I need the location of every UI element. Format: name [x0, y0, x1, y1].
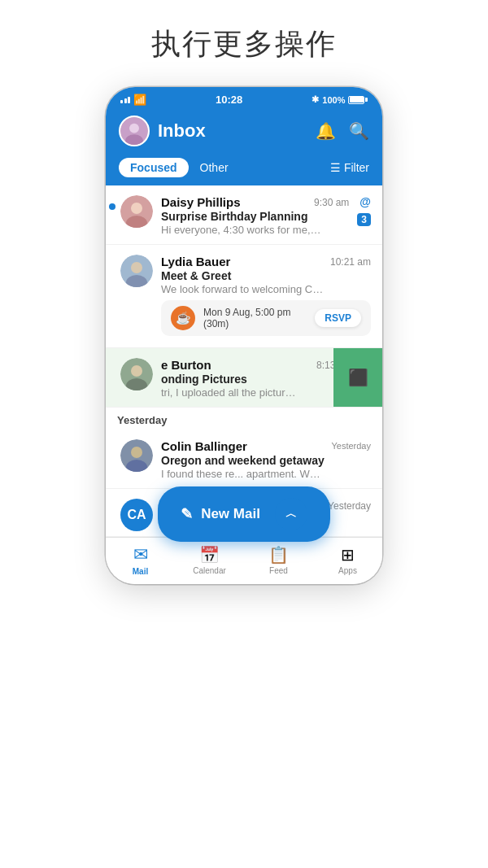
wifi-icon: 📶: [133, 94, 146, 106]
svg-point-13: [131, 447, 142, 458]
mail-item-burton[interactable]: e Burton 8:13 am onding Pictures tri, I …: [106, 348, 382, 408]
tab-group: Focused Other: [119, 158, 237, 177]
mail-preview-burton: tri, I uploaded all the pictures from ek…: [161, 386, 299, 399]
mail-content-lydia: Lydia Bauer 10:21 am Meet & Greet We loo…: [161, 255, 371, 339]
mail-content-colin: Colin Ballinger Yesterday Oregon and wee…: [161, 439, 371, 480]
rsvp-button[interactable]: RSVP: [315, 309, 361, 327]
mail-item-lydia[interactable]: Lydia Bauer 10:21 am Meet & Greet We loo…: [106, 245, 382, 348]
event-card: ☕ Mon 9 Aug, 5:00 pm (30m) RSVP: [161, 300, 371, 336]
mail-item-colin[interactable]: Colin Ballinger Yesterday Oregon and wee…: [106, 430, 382, 489]
apps-tab-icon: ⊞: [341, 545, 355, 565]
mail-preview-lydia: We look forward to welcoming Cecil in...: [161, 283, 324, 295]
filter-bar: Focused Other ☰ Filter: [106, 155, 382, 185]
avatar[interactable]: [119, 116, 150, 146]
signal-icon: [120, 97, 130, 103]
search-icon[interactable]: 🔍: [349, 121, 369, 141]
mail-time-lydia: 10:21 am: [330, 256, 371, 268]
battery-percent: 100%: [322, 95, 345, 105]
header-left: Inbox: [119, 116, 206, 146]
fab-label: New Mail: [201, 506, 260, 522]
mail-content-burton: e Burton 8:13 am onding Pictures tri, I …: [161, 358, 351, 399]
compose-icon: ✎: [181, 505, 193, 523]
mail-content: Daisy Phillips 9:30 am Surprise Birthday…: [161, 195, 349, 236]
tab-calendar[interactable]: 📅 Calendar: [185, 545, 234, 575]
avatar-contoso: CA: [120, 499, 153, 531]
tab-focused[interactable]: Focused: [119, 158, 189, 177]
status-time: 10:28: [216, 94, 242, 106]
apps-tab-label: Apps: [338, 566, 357, 575]
archive-action[interactable]: ⬛: [333, 348, 382, 407]
mail-subject-lydia: Meet & Greet: [161, 269, 371, 282]
mail-sender: Daisy Phillips: [161, 195, 241, 209]
avatar-colin: [120, 439, 153, 472]
filter-icon: ☰: [330, 161, 341, 174]
bell-icon[interactable]: 🔔: [316, 121, 336, 141]
mail-tab-icon: ✉: [133, 544, 148, 565]
app-header: Inbox 🔔 🔍: [106, 109, 382, 155]
mail-item[interactable]: Daisy Phillips 9:30 am Surprise Birthday…: [106, 185, 382, 245]
page-wrapper: 执行更多操作 📶 10:28 ✱ 100%: [0, 0, 488, 868]
mail-subject-burton: onding Pictures: [161, 373, 351, 386]
mail-list: Daisy Phillips 9:30 am Surprise Birthday…: [106, 185, 382, 537]
tab-apps[interactable]: ⊞ Apps: [324, 545, 373, 575]
svg-point-1: [129, 124, 139, 133]
calendar-tab-label: Calendar: [193, 566, 226, 575]
tab-feed[interactable]: 📋 Feed: [255, 545, 303, 575]
status-left: 📶: [120, 94, 146, 106]
feed-tab-label: Feed: [269, 566, 288, 575]
avatar-daisy: [120, 195, 153, 228]
mail-time-contoso: Yesterday: [328, 500, 371, 512]
mail-sender-burton: e Burton: [161, 358, 211, 372]
calendar-tab-icon: 📅: [199, 545, 220, 565]
fab-expand-button[interactable]: ︿: [275, 498, 307, 530]
header-icons: 🔔 🔍: [316, 121, 369, 141]
chevron-up-icon: ︿: [285, 507, 297, 521]
mail-preview: Hi everyone, 4:30 works for me, I'll arr…: [161, 224, 324, 236]
svg-point-7: [131, 262, 142, 273]
svg-point-4: [131, 203, 142, 214]
avatar-lydia: [120, 255, 153, 287]
new-mail-button[interactable]: ✎ New Mail ︿: [158, 486, 330, 542]
svg-point-10: [131, 365, 142, 377]
mail-sender-lydia: Lydia Bauer: [161, 255, 230, 268]
page-headline: 执行更多操作: [151, 24, 337, 64]
feed-tab-icon: 📋: [268, 545, 289, 565]
bluetooth-icon: ✱: [312, 94, 319, 105]
mail-time-colin: Yesterday: [331, 441, 371, 451]
archive-icon: ⬛: [348, 368, 368, 387]
mail-right: @ 3: [357, 195, 371, 236]
event-time-text: Mon 9 Aug, 5:00 pm (30m): [203, 307, 307, 329]
unread-dot: [109, 203, 115, 210]
phone-frame: 📶 10:28 ✱ 100%: [106, 87, 382, 584]
avatar-burton: [120, 358, 153, 390]
status-bar: 📶 10:28 ✱ 100%: [106, 87, 382, 109]
mail-subject-colin: Oregon and weekend getaway: [161, 454, 371, 467]
mail-tab-label: Mail: [133, 567, 148, 576]
count-badge: 3: [357, 213, 371, 226]
tab-other[interactable]: Other: [192, 158, 237, 177]
mail-preview-colin: I found these re... apartment. Wh...: [161, 468, 324, 480]
date-separator: Yesterday: [106, 408, 382, 430]
filter-button[interactable]: ☰ Filter: [330, 161, 369, 174]
mail-time: 9:30 am: [314, 197, 349, 208]
mail-sender-colin: Colin Ballinger: [161, 439, 247, 453]
event-icon: ☕: [171, 306, 195, 330]
status-right: ✱ 100%: [312, 94, 368, 105]
tab-mail[interactable]: ✉ Mail: [116, 544, 165, 576]
battery-icon: [348, 96, 368, 104]
at-badge: @: [359, 195, 371, 208]
bottom-bar: ✉ Mail 📅 Calendar 📋 Feed ⊞ Apps: [106, 537, 382, 584]
mail-subject: Surprise Birthday Planning: [161, 210, 349, 223]
inbox-title: Inbox: [158, 120, 206, 142]
